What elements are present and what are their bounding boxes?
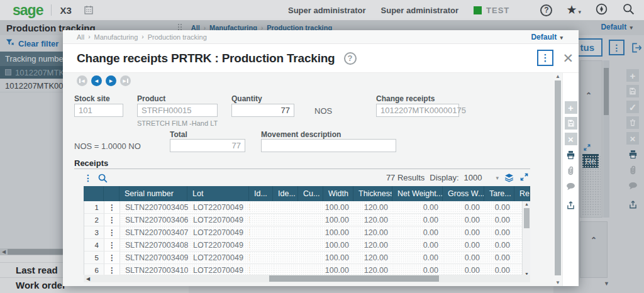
stock-site-field[interactable]: 101	[74, 104, 123, 117]
scrollbar-thumb[interactable]	[269, 275, 439, 282]
movement-description-field[interactable]	[261, 139, 396, 152]
scroll-down-icon[interactable]: ▼	[553, 280, 562, 285]
row-number[interactable]: 4	[84, 239, 104, 251]
identifier-cell[interactable]	[274, 239, 299, 251]
gross-weight-cell[interactable]: 0.00	[443, 252, 485, 263]
scroll-up-icon[interactable]: ▲	[553, 74, 562, 79]
lot-cell[interactable]: LOT22070049⋮	[188, 214, 250, 226]
lot-cell[interactable]: LOT22070049⋮	[188, 239, 250, 251]
next-record-button[interactable]: ▶	[106, 75, 116, 86]
gross-weight-cell[interactable]: 0.00	[443, 239, 485, 251]
gross-weight-cell[interactable]: 0.00	[443, 226, 485, 238]
row-number[interactable]: 3	[84, 226, 104, 238]
total-field[interactable]: 77	[170, 139, 245, 152]
identifier-cell[interactable]	[274, 214, 299, 226]
tare-cell[interactable]: 0.00	[485, 201, 515, 213]
net-weight-cell[interactable]: 0.00	[393, 239, 443, 251]
help-icon[interactable]: ?	[344, 52, 357, 65]
expand-grid-icon[interactable]	[519, 172, 530, 183]
tare-cell[interactable]: 0.00	[485, 226, 515, 238]
scroll-left-icon[interactable]: ◀	[84, 276, 92, 282]
width-cell[interactable]: 100.00	[324, 226, 354, 238]
serial-number-cell[interactable]: SLTN2207003409⋮	[120, 252, 188, 263]
previous-record-button[interactable]: ◀	[91, 75, 102, 86]
scrollbar-thumb[interactable]	[524, 208, 530, 228]
dialog-vertical-scrollbar[interactable]: ▲ ▼	[553, 73, 562, 286]
attachment-icon[interactable]	[565, 164, 577, 177]
serial-number-cell[interactable]: SLTN2207003406⋮	[120, 214, 188, 226]
identifier-cell[interactable]	[274, 252, 299, 263]
row-menu-icon[interactable]: ⋮	[104, 252, 120, 263]
scroll-up-icon[interactable]: ▲	[523, 202, 531, 206]
net-weight-cell[interactable]: 0.00	[393, 252, 443, 263]
column-header[interactable]: Serial number	[119, 186, 187, 201]
cu-cell[interactable]	[299, 252, 324, 263]
dialog-menu-button[interactable]: ⋮	[537, 50, 553, 66]
breadcrumb-item[interactable]: Production tracking	[148, 33, 207, 41]
serial-number-cell[interactable]: SLTN2207003405⋮	[120, 201, 188, 213]
net-weight-cell[interactable]: 0.00	[393, 214, 443, 226]
tare-cell[interactable]: 0.00	[485, 214, 515, 226]
last-record-button[interactable]: ▶	[120, 75, 131, 86]
scrollbar-thumb[interactable]	[555, 80, 561, 275]
serial-number-cell[interactable]: SLTN2207003407⋮	[120, 226, 188, 238]
column-header[interactable]: Id...	[249, 186, 273, 201]
lot-cell[interactable]: LOT22070049⋮	[188, 252, 250, 263]
cu-cell[interactable]	[299, 239, 324, 251]
identifier-cell[interactable]	[274, 201, 299, 213]
column-header[interactable]: Cu...	[298, 186, 323, 201]
share-icon[interactable]	[565, 199, 577, 211]
cu-cell[interactable]	[299, 201, 324, 213]
first-record-button[interactable]: ◀	[77, 75, 87, 86]
net-weight-cell[interactable]: 0.00	[393, 201, 443, 213]
id-cell[interactable]	[250, 252, 274, 263]
comment-icon[interactable]	[565, 180, 577, 192]
column-header[interactable]: Thickness	[353, 186, 392, 201]
print-icon[interactable]	[565, 148, 577, 161]
column-header[interactable]: Ide...	[273, 186, 298, 201]
net-weight-cell[interactable]: 0.00	[393, 226, 443, 238]
tare-cell[interactable]: 0.00	[485, 252, 515, 263]
lot-cell[interactable]: LOT22070049⋮	[188, 201, 250, 213]
id-cell[interactable]	[250, 201, 274, 213]
thickness-cell[interactable]: 120.00	[354, 252, 393, 263]
change-receipts-field[interactable]: 1012207MTK00000175	[376, 104, 459, 117]
column-header[interactable]: Width	[323, 186, 353, 201]
row-menu-icon[interactable]: ⋮	[104, 239, 120, 251]
breadcrumb-item[interactable]: All	[77, 33, 84, 41]
grid-search-icon[interactable]	[97, 173, 108, 184]
column-header[interactable]: Net Weight...	[392, 186, 443, 201]
width-cell[interactable]: 100.00	[324, 214, 354, 226]
cu-cell[interactable]	[299, 226, 324, 238]
id-cell[interactable]	[250, 226, 274, 238]
chevron-down-icon[interactable]: ▾	[496, 175, 499, 181]
row-number[interactable]: 5	[84, 252, 104, 263]
row-number[interactable]: 1	[84, 201, 104, 213]
row-number[interactable]: 2	[84, 214, 104, 226]
id-cell[interactable]	[250, 214, 274, 226]
thickness-cell[interactable]: 120.00	[354, 214, 393, 226]
width-cell[interactable]: 100.00	[324, 252, 354, 263]
column-header-blank[interactable]	[104, 186, 119, 201]
dialog-view-selector[interactable]: Default ▾	[531, 33, 563, 41]
column-header-blank[interactable]	[84, 186, 104, 201]
grid-vertical-scrollbar[interactable]: ▲ ▼	[522, 201, 530, 277]
close-icon[interactable]: ✕	[562, 52, 574, 65]
thickness-cell[interactable]: 120.00	[354, 239, 393, 251]
serial-number-cell[interactable]: SLTN2207003408⋮	[120, 239, 188, 251]
lot-cell[interactable]: LOT22070049⋮	[188, 226, 250, 238]
display-value-select[interactable]: 1000	[464, 173, 482, 182]
layers-icon[interactable]	[504, 172, 514, 183]
thickness-cell[interactable]: 120.00	[354, 226, 393, 238]
thickness-cell[interactable]: 120.00	[354, 201, 393, 213]
id-cell[interactable]	[250, 239, 274, 251]
width-cell[interactable]: 100.00	[324, 239, 354, 251]
identifier-cell[interactable]	[274, 226, 299, 238]
width-cell[interactable]: 100.00	[324, 201, 354, 213]
row-menu-icon[interactable]: ⋮	[104, 214, 120, 226]
grid-horizontal-scrollbar[interactable]: ◀	[84, 275, 530, 282]
grid-menu-icon[interactable]: ⋮	[84, 173, 92, 183]
column-header[interactable]: Lot	[187, 186, 249, 201]
gross-weight-cell[interactable]: 0.00	[443, 201, 485, 213]
row-menu-icon[interactable]: ⋮	[104, 201, 120, 213]
